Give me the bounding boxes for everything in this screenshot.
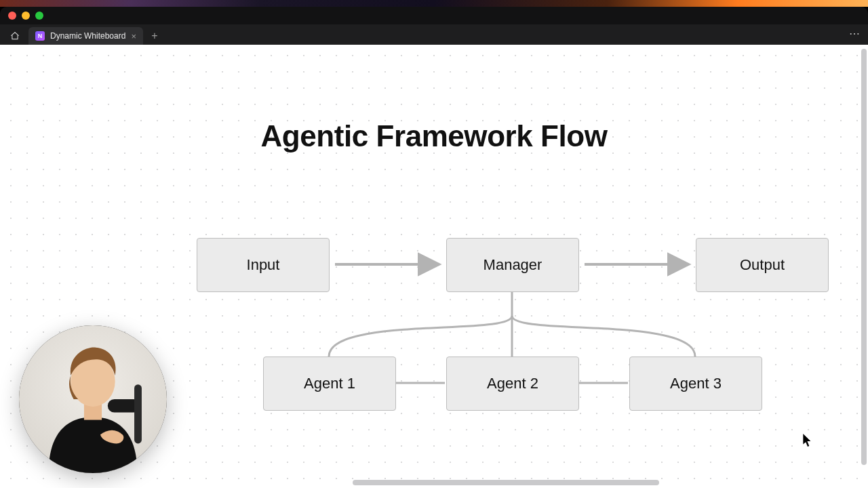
new-tab-button[interactable]: + <box>146 27 163 45</box>
node-label: Input <box>247 256 280 274</box>
node-agent-3[interactable]: Agent 3 <box>629 357 762 411</box>
tab-title: Dynamic Whiteboard <box>50 31 125 41</box>
connector-to-agent-3 <box>512 316 695 357</box>
node-output[interactable]: Output <box>696 238 829 292</box>
node-agent-1[interactable]: Agent 1 <box>263 357 396 411</box>
svg-rect-4 <box>134 384 142 443</box>
node-label: Agent 2 <box>487 375 538 392</box>
mouse-cursor-icon <box>803 434 812 447</box>
os-titlebar-gradient <box>0 0 868 7</box>
vertical-scroll-thumb[interactable] <box>861 49 867 465</box>
app-window: N Dynamic Whiteboard × + ⋯ Agentic Frame… <box>0 7 868 488</box>
close-window-icon[interactable] <box>8 12 16 20</box>
node-input[interactable]: Input <box>197 238 330 292</box>
home-button[interactable] <box>5 27 24 45</box>
overflow-menu-button[interactable]: ⋯ <box>849 27 861 40</box>
node-agent-2[interactable]: Agent 2 <box>446 357 579 411</box>
presenter-illustration-icon <box>19 325 167 473</box>
window-controls <box>0 12 52 20</box>
connector-to-agent-1 <box>329 316 512 357</box>
fullscreen-window-icon[interactable] <box>35 12 43 20</box>
presenter-webcam <box>19 325 167 473</box>
home-icon <box>10 31 20 41</box>
minimize-window-icon[interactable] <box>22 12 30 20</box>
horizontal-scroll-thumb[interactable] <box>353 480 659 485</box>
whiteboard-canvas[interactable]: Agentic Framework Flow Input Manager Out… <box>0 45 868 488</box>
node-label: Agent 3 <box>670 375 722 392</box>
node-label: Agent 1 <box>304 375 355 392</box>
app-favicon-icon: N <box>35 31 45 41</box>
window-titlebar[interactable] <box>0 7 868 24</box>
node-label: Output <box>740 256 785 274</box>
node-label: Manager <box>484 256 542 274</box>
browser-tabbar: N Dynamic Whiteboard × + ⋯ <box>0 24 868 45</box>
diagram-title: Agentic Framework Flow <box>0 119 868 153</box>
vertical-scrollbar[interactable] <box>861 49 867 465</box>
tab-dynamic-whiteboard[interactable]: N Dynamic Whiteboard × <box>28 27 143 45</box>
tab-close-icon[interactable]: × <box>131 32 136 41</box>
horizontal-scrollbar[interactable] <box>353 480 863 485</box>
node-manager[interactable]: Manager <box>446 238 579 292</box>
